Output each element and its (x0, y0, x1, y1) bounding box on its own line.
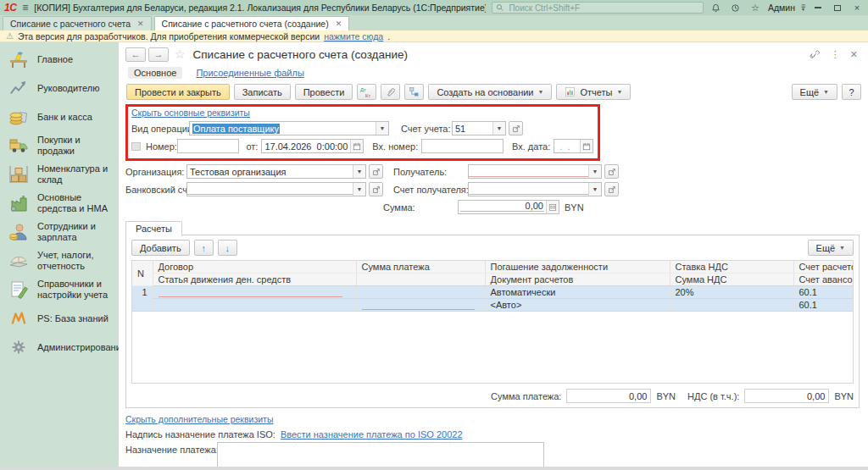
history-icon[interactable] (729, 3, 743, 13)
search-input[interactable] (507, 3, 699, 14)
dropdown-arrow-icon[interactable]: ▼ (353, 165, 365, 178)
payments-table[interactable]: N Договор Сумма платежа Погашение задолж… (131, 260, 854, 384)
cell-statya[interactable] (153, 299, 356, 312)
write-button[interactable]: Записать (234, 84, 291, 100)
current-user[interactable]: Админ (768, 3, 795, 13)
dropdown-arrow-icon[interactable]: ▼ (588, 183, 601, 196)
amount-field[interactable] (458, 200, 559, 214)
iso-purpose-link[interactable]: Ввести назначение платежа по ISO 20022 (281, 429, 463, 440)
incoming-number-input[interactable] (422, 140, 503, 152)
organization-combo[interactable]: Тестовая организация ▼ (186, 164, 366, 179)
account-open-button[interactable] (509, 121, 523, 135)
bank-account-combo[interactable]: ▼ (186, 182, 366, 196)
more-button[interactable]: Ещё▼ (792, 84, 837, 100)
tab-document-create[interactable]: Списание с расчетного счета (создание) ✕ (154, 16, 350, 30)
set-number-icon[interactable] (131, 142, 141, 151)
account-field[interactable]: 51 ▼ (452, 121, 506, 135)
cell-stavka-nds[interactable]: 20% (670, 286, 793, 299)
sidebar-item-nomenklatura-sklad[interactable]: Номенклатура и склад (0, 160, 119, 189)
attachments-button[interactable] (381, 84, 400, 100)
add-row-button[interactable]: Добавить (131, 240, 190, 256)
favorites-star-icon[interactable]: ☆ (748, 3, 762, 14)
tab-close-icon[interactable]: ✕ (137, 19, 144, 28)
payee-account-combo[interactable]: ▼ (468, 182, 602, 196)
tab-raschety[interactable]: Расчеты (125, 221, 182, 236)
col-schet-avansov[interactable]: Счет авансов (793, 274, 854, 286)
service-menu-icon[interactable]: ≡▾ (801, 4, 805, 11)
col-dokument[interactable]: Документ расчетов (485, 274, 670, 286)
sidebar-item-spravochniki[interactable]: Справочники и настройки учета (0, 275, 119, 304)
reports-button[interactable]: Отчеты▼ (556, 84, 631, 100)
sidebar-item-glavnoe[interactable]: Главное (0, 45, 119, 74)
dropdown-arrow-icon[interactable]: ▼ (588, 165, 601, 178)
cell-schet-avansov[interactable]: 60.1 (793, 299, 854, 312)
related-documents-button[interactable] (404, 84, 424, 100)
more-menu-icon[interactable]: ⋮ (831, 49, 840, 60)
tab-document-list[interactable]: Списание с расчетного счета ✕ (3, 16, 152, 30)
sidebar-item-rukovoditelyu[interactable]: Руководителю (0, 74, 119, 102)
move-up-button[interactable]: ↑ (194, 240, 214, 256)
maximize-button[interactable] (831, 2, 844, 14)
tab-close-icon[interactable]: ✕ (336, 19, 342, 28)
dropdown-arrow-icon[interactable]: ▼ (353, 183, 365, 196)
create-based-on-button[interactable]: Создать на основании▼ (428, 84, 552, 100)
col-summa-nds[interactable]: Сумма НДС (670, 274, 793, 286)
col-summa-2[interactable] (356, 274, 485, 286)
help-button[interactable]: ? (842, 84, 861, 100)
notifications-bell-icon[interactable] (709, 3, 723, 13)
add-to-favorites-icon[interactable]: ☆ (175, 47, 186, 61)
sidebar-item-os-nma[interactable]: Основные средства и НМА (0, 189, 119, 218)
payee-account-open-button[interactable] (604, 182, 619, 196)
operation-type-combo[interactable]: Оплата поставщику ▼ (189, 121, 389, 135)
incoming-date-field[interactable]: . . (554, 139, 593, 153)
col-summa[interactable]: Сумма платежа (356, 261, 485, 274)
forward-button[interactable]: → (148, 47, 169, 62)
minimize-button[interactable] (811, 2, 825, 14)
move-down-button[interactable]: ↓ (218, 240, 237, 256)
table-row-line2[interactable]: <Авто> 60.1 (132, 299, 854, 312)
col-n[interactable]: N (132, 261, 153, 286)
amount-input[interactable] (460, 201, 544, 212)
buy-commercial-link[interactable]: нажмите сюда (324, 31, 383, 41)
cell-summa-line2[interactable] (356, 299, 485, 312)
table-row[interactable]: 1 Автоматически 20% 60.1 (132, 286, 854, 299)
close-form-icon[interactable]: ✕ (850, 49, 858, 60)
global-search[interactable] (492, 2, 704, 14)
sidebar-item-baza-znaniy[interactable]: PS: База знаний (0, 304, 119, 333)
cell-pogashenie[interactable]: Автоматически (485, 286, 670, 299)
incoming-number-field[interactable] (421, 139, 504, 153)
dropdown-arrow-icon[interactable]: ▼ (376, 122, 388, 135)
calendar-icon[interactable] (580, 140, 593, 152)
number-input[interactable] (178, 140, 239, 152)
dropdown-arrow-icon[interactable]: ▼ (492, 122, 505, 135)
cell-dogovor[interactable] (153, 286, 356, 299)
post-and-close-button[interactable]: Провести и закрыть (126, 84, 230, 100)
col-stavka-nds[interactable]: Ставка НДС (670, 261, 793, 274)
cell-summa[interactable] (356, 286, 485, 299)
sidebar-item-administrirovanie[interactable]: Администрирование (0, 333, 119, 362)
main-menu-icon[interactable]: ≡ (22, 2, 28, 14)
tab-attached-files[interactable]: Присоединенные файлы (196, 68, 303, 78)
sidebar-item-bank-kassa[interactable]: Банк и касса (0, 102, 119, 131)
sidebar-item-sotrudniki-zarplata[interactable]: Сотрудники и зарплата (0, 218, 119, 246)
date-field[interactable]: 17.04.2026 0:00:00 (261, 139, 364, 153)
back-button[interactable]: ← (125, 47, 146, 62)
col-dogovor[interactable]: Договор (153, 261, 356, 274)
sidebar-item-pokupki-prodazhi[interactable]: Покупки и продажи (0, 131, 119, 160)
col-statya[interactable]: Статья движения ден. средств (153, 274, 356, 286)
col-schet-raschetov[interactable]: Счет расчетов (793, 261, 854, 274)
calculator-icon[interactable] (546, 201, 559, 213)
bank-account-open-button[interactable] (369, 182, 383, 196)
number-field[interactable] (177, 139, 240, 153)
table-more-button[interactable]: Ещё▼ (808, 240, 854, 256)
post-button[interactable]: Провести (295, 84, 353, 100)
payee-combo[interactable]: ▼ (468, 164, 602, 179)
hide-main-requisites-link[interactable]: Скрыть основные реквизиты (131, 108, 250, 118)
close-window-button[interactable]: × (850, 2, 864, 14)
organization-open-button[interactable] (369, 164, 383, 179)
payee-open-button[interactable] (604, 164, 619, 179)
hide-additional-requisites-link[interactable]: Скрыть дополнительные реквизиты (125, 414, 273, 424)
col-pogashenie[interactable]: Погашение задолженности (485, 261, 670, 274)
get-link-icon[interactable] (810, 49, 821, 60)
tab-osnovnoe[interactable]: Основное (128, 67, 182, 79)
